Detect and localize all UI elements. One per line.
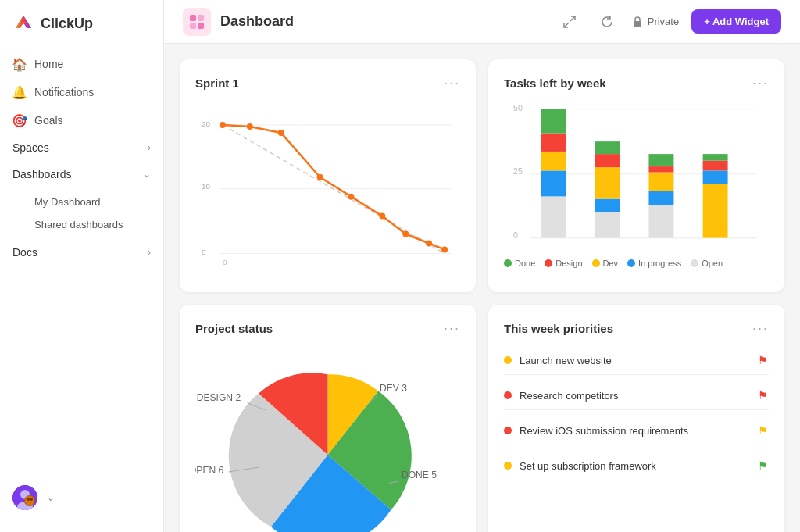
svg-line-13 — [570, 16, 575, 21]
svg-rect-15 — [634, 21, 641, 27]
svg-text:20: 20 — [202, 120, 211, 128]
docs-label: Docs — [12, 246, 38, 259]
svg-text:10: 10 — [202, 182, 211, 191]
sidebar-section-dashboards[interactable]: Dashboards ⌄ — [0, 161, 163, 187]
sprint-card-header: Sprint 1 ··· — [195, 75, 460, 91]
svg-rect-45 — [595, 199, 620, 212]
svg-rect-42 — [541, 134, 566, 152]
tasks-card: Tasks left by week ··· 50 25 0 — [488, 59, 784, 292]
legend-design: Design — [545, 259, 582, 268]
svg-rect-56 — [703, 161, 728, 171]
avatar — [12, 485, 38, 510]
sidebar-item-goals[interactable]: 🎯 Goals — [0, 106, 163, 134]
priorities-card-header: This week priorities ··· — [504, 320, 769, 337]
bar-chart-svg: 50 25 0 — [504, 101, 769, 251]
priority-item-3: Set up subscription framework ⚑ — [504, 452, 769, 480]
project-status-menu[interactable]: ··· — [444, 320, 460, 337]
priority-flag-3: ⚑ — [756, 459, 769, 472]
priority-dot-0 — [504, 356, 512, 364]
svg-point-27 — [348, 194, 354, 200]
add-widget-button[interactable]: + Add Widget — [691, 9, 781, 34]
priority-item-2: Review iOS submission requirements ⚑ — [504, 416, 769, 445]
sidebar-user[interactable]: ⌄ — [0, 476, 163, 520]
tasks-card-header: Tasks left by week ··· — [504, 75, 769, 91]
priority-dot-1 — [504, 391, 512, 399]
tasks-card-title: Tasks left by week — [504, 77, 606, 90]
svg-text:0: 0 — [513, 230, 518, 240]
open-color-dot — [691, 259, 698, 267]
priority-flag-2: ⚑ — [756, 424, 769, 437]
svg-rect-11 — [190, 23, 196, 29]
svg-point-24 — [247, 123, 253, 130]
svg-rect-40 — [541, 170, 566, 196]
clickup-logo-icon — [12, 12, 34, 34]
sidebar-item-my-dashboard[interactable]: My Dashboard — [0, 191, 163, 213]
svg-point-26 — [317, 174, 323, 180]
svg-rect-50 — [648, 191, 673, 205]
svg-point-6 — [25, 496, 34, 505]
legend-dev: Dev — [592, 259, 619, 268]
svg-point-25 — [278, 130, 284, 136]
priority-text-2: Review iOS submission requirements — [520, 425, 688, 437]
svg-rect-39 — [541, 196, 566, 237]
user-menu-chevron-icon: ⌄ — [47, 492, 55, 503]
spaces-chevron-icon: › — [148, 142, 151, 153]
svg-text:DESIGN 2: DESIGN 2 — [197, 393, 241, 404]
priority-item-1: Research competitors ⚑ — [504, 381, 769, 410]
main-content: Dashboard — [164, 0, 800, 532]
svg-text:50: 50 — [513, 103, 523, 112]
svg-rect-10 — [198, 15, 204, 21]
header-right: Private + Add Widget — [557, 9, 781, 34]
grid-icon — [188, 13, 205, 30]
sidebar-notifications-label: Notifications — [34, 86, 94, 98]
sidebar-item-notifications[interactable]: 🔔 Notifications — [0, 78, 163, 106]
priority-text-1: Research competitors — [520, 390, 618, 402]
lock-icon — [632, 16, 643, 27]
expand-button[interactable] — [557, 9, 582, 34]
svg-line-14 — [564, 23, 569, 27]
sprint-chart: 20 10 0 — [195, 101, 460, 277]
logo-text: ClickUp — [41, 16, 93, 32]
svg-rect-43 — [541, 109, 566, 134]
sidebar-home-label: Home — [34, 58, 63, 70]
priority-item-left-1: Research competitors — [504, 390, 618, 402]
legend-done: Done — [504, 259, 535, 268]
sidebar-section-docs[interactable]: Docs › — [0, 239, 163, 266]
bar-chart-legend: Done Design Dev In progress — [504, 259, 769, 268]
svg-text:25: 25 — [513, 166, 523, 176]
svg-text:OPEN 6: OPEN 6 — [195, 466, 224, 477]
project-status-card: Project status ··· — [180, 305, 476, 532]
svg-rect-9 — [190, 15, 196, 21]
sprint-card-title: Sprint 1 — [195, 77, 239, 90]
svg-text:DONE 5: DONE 5 — [402, 470, 437, 481]
svg-rect-54 — [703, 184, 728, 237]
priority-item-0: Launch new website ⚑ — [504, 346, 769, 375]
sidebar-section-spaces[interactable]: Spaces › — [0, 134, 163, 161]
priorities-menu[interactable]: ··· — [752, 320, 769, 337]
priority-list: Launch new website ⚑ Research competitor… — [504, 346, 769, 532]
dashboards-chevron-icon: ⌄ — [143, 169, 151, 180]
header: Dashboard — [164, 0, 800, 44]
svg-point-30 — [426, 241, 432, 247]
dashboards-label: Dashboards — [12, 168, 72, 180]
sidebar-item-home[interactable]: 🏠 Home — [0, 50, 163, 78]
private-label: Private — [632, 16, 679, 27]
sidebar-item-shared-dashboards[interactable]: Shared dashboards — [0, 213, 163, 236]
sprint-card-menu[interactable]: ··· — [444, 75, 460, 91]
spaces-label: Spaces — [12, 141, 49, 154]
sidebar-navigation: 🏠 Home 🔔 Notifications 🎯 Goals Spaces › … — [0, 50, 163, 476]
svg-rect-44 — [595, 212, 620, 238]
tasks-card-menu[interactable]: ··· — [752, 75, 769, 91]
priority-item-left-0: Launch new website — [504, 355, 612, 366]
priority-text-0: Launch new website — [520, 355, 612, 366]
svg-rect-41 — [541, 152, 566, 170]
svg-point-7 — [27, 498, 30, 501]
priorities-title: This week priorities — [504, 322, 613, 335]
svg-rect-47 — [595, 154, 620, 167]
done-color-dot — [504, 259, 512, 267]
svg-text:DEV 3: DEV 3 — [380, 384, 407, 395]
refresh-button[interactable] — [595, 9, 620, 34]
goals-icon: 🎯 — [12, 113, 27, 127]
priority-flag-0: ⚑ — [756, 354, 769, 366]
priority-item-left-3: Set up subscription framework — [504, 460, 656, 472]
